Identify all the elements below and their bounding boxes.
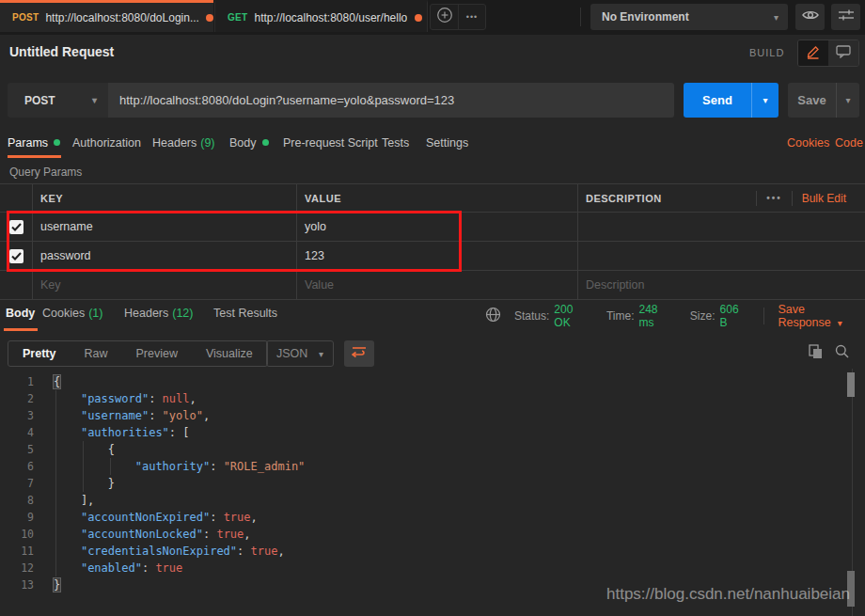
status-label: Status: bbox=[514, 309, 549, 323]
tab-authorization[interactable]: Authorization bbox=[72, 136, 141, 150]
more-options-icon[interactable]: ••• bbox=[766, 193, 782, 203]
table-row: username yolo bbox=[0, 213, 865, 242]
view-visualize[interactable]: Visualize bbox=[192, 341, 267, 366]
bulk-edit-link[interactable]: Bulk Edit bbox=[802, 192, 846, 205]
table-row: password 123 bbox=[0, 242, 865, 271]
tab-headers[interactable]: Headers(9) bbox=[152, 136, 215, 150]
line-number: 8 bbox=[0, 492, 34, 509]
format-label: JSON bbox=[276, 347, 319, 360]
save-button[interactable]: Save bbox=[788, 83, 836, 118]
param-key-cell[interactable]: password bbox=[33, 242, 297, 270]
indent-guide bbox=[83, 441, 84, 492]
code-line: 12 "enabled": true bbox=[0, 560, 865, 577]
view-raw[interactable]: Raw bbox=[70, 341, 121, 366]
code-line: 8 ], bbox=[0, 492, 865, 509]
ellipsis-icon: ••• bbox=[466, 12, 478, 22]
param-key-placeholder[interactable]: Key bbox=[33, 271, 297, 299]
environment-quick-look-button[interactable] bbox=[795, 4, 825, 30]
row-checkbox[interactable] bbox=[9, 220, 24, 234]
save-response-button[interactable]: Save Response▾ bbox=[778, 303, 865, 329]
watermark: https://blog.csdn.net/nanhuaibeian bbox=[606, 585, 850, 604]
response-tab-headers[interactable]: Headers(12) bbox=[124, 307, 193, 320]
param-description-cell[interactable] bbox=[578, 242, 865, 270]
time-value: 248 ms bbox=[639, 303, 673, 329]
code-line: 6 "authority": "ROLE_admin" bbox=[0, 458, 865, 475]
network-info-button[interactable] bbox=[485, 307, 501, 325]
tab-options-button[interactable]: ••• bbox=[458, 5, 485, 29]
copy-button[interactable] bbox=[809, 344, 823, 363]
pencil-icon bbox=[806, 44, 821, 63]
search-icon bbox=[835, 345, 849, 361]
url-input[interactable]: http://localhost:8080/doLogin?username=y… bbox=[108, 83, 674, 118]
build-mode-label: BUILD bbox=[749, 47, 784, 58]
request-tab-dologin[interactable]: POST http://localhost:8080/doLogin... bbox=[0, 0, 213, 32]
response-tab-test-results[interactable]: Test Results bbox=[213, 307, 277, 320]
code-line: 5 { bbox=[0, 441, 865, 458]
view-pretty[interactable]: Pretty bbox=[8, 341, 70, 366]
check-icon bbox=[11, 252, 22, 261]
tab-pre-request-script[interactable]: Pre-request Script bbox=[283, 136, 378, 150]
tab-tests[interactable]: Tests bbox=[382, 136, 409, 150]
search-button[interactable] bbox=[835, 344, 849, 362]
code-line: 10 "accountNonLocked": true, bbox=[0, 526, 865, 543]
active-tab-underline bbox=[8, 155, 61, 158]
format-select[interactable]: JSON ▾ bbox=[266, 340, 334, 367]
tab-params[interactable]: Params bbox=[8, 136, 60, 150]
mode-toggle bbox=[797, 39, 859, 67]
chevron-down-icon: ▾ bbox=[763, 95, 767, 105]
cookies-count-badge: (1) bbox=[88, 307, 102, 320]
divider bbox=[580, 8, 581, 26]
word-wrap-icon bbox=[352, 345, 367, 362]
param-value-cell[interactable]: yolo bbox=[297, 213, 578, 241]
save-options-button[interactable]: ▾ bbox=[836, 83, 859, 118]
scrollbar-thumb[interactable] bbox=[847, 372, 855, 397]
tab-body[interactable]: Body bbox=[229, 136, 269, 150]
row-checkbox[interactable] bbox=[9, 249, 24, 263]
view-preview[interactable]: Preview bbox=[121, 341, 191, 366]
header-checkbox-cell bbox=[0, 184, 33, 212]
response-tab-cookies[interactable]: Cookies(1) bbox=[42, 307, 102, 320]
method-label: POST bbox=[24, 94, 92, 107]
param-key-cell[interactable]: username bbox=[33, 213, 297, 241]
send-button[interactable]: Send bbox=[684, 83, 751, 118]
comments-button[interactable] bbox=[828, 40, 858, 66]
tab-label: Tests bbox=[382, 136, 409, 150]
code-line: 11 "credentialsNonExpired": true, bbox=[0, 543, 865, 560]
send-options-button[interactable]: ▾ bbox=[751, 83, 778, 118]
tab-settings[interactable]: Settings bbox=[426, 136, 468, 150]
unsaved-dot-icon bbox=[415, 14, 422, 22]
chevron-down-icon: ▾ bbox=[319, 349, 323, 359]
status-badge: 200 OK bbox=[554, 303, 590, 329]
request-tab-hello[interactable]: GET http://localhost:8080/user/hello bbox=[214, 0, 428, 32]
tab-label: Params bbox=[8, 136, 48, 150]
divider bbox=[756, 191, 757, 206]
line-number: 3 bbox=[0, 407, 34, 424]
tab-bar: POST http://localhost:8080/doLogin... GE… bbox=[0, 0, 865, 35]
response-tab-body[interactable]: Body bbox=[6, 307, 35, 320]
param-description-placeholder[interactable]: Description bbox=[578, 271, 865, 299]
tab-label: Test Results bbox=[213, 307, 277, 320]
code-link[interactable]: Code bbox=[835, 136, 863, 150]
new-tab-button[interactable] bbox=[431, 5, 458, 29]
method-select[interactable]: POST ▾ bbox=[8, 83, 108, 118]
eye-icon bbox=[802, 8, 819, 25]
environment-select[interactable]: No Environment ▾ bbox=[590, 4, 788, 30]
row-checkbox-cell bbox=[0, 213, 33, 241]
line-number: 1 bbox=[0, 373, 34, 390]
param-value-placeholder[interactable]: Value bbox=[297, 271, 578, 299]
edit-mode-button[interactable] bbox=[798, 40, 828, 66]
postman-app: POST http://localhost:8080/doLogin... GE… bbox=[0, 0, 865, 616]
line-number: 6 bbox=[0, 458, 34, 475]
save-label: Save bbox=[797, 93, 826, 107]
cookies-link[interactable]: Cookies bbox=[787, 136, 829, 150]
line-number: 4 bbox=[0, 424, 34, 441]
line-number: 7 bbox=[0, 475, 34, 492]
code-line: 3 "username": "yolo", bbox=[0, 407, 865, 424]
param-value-cell[interactable]: 123 bbox=[297, 242, 578, 270]
param-description-cell[interactable] bbox=[578, 213, 865, 241]
tab-method-label: POST bbox=[12, 12, 39, 23]
environment-settings-button[interactable] bbox=[831, 4, 860, 30]
plus-icon bbox=[436, 7, 453, 27]
globe-icon bbox=[485, 307, 501, 325]
wrap-lines-button[interactable] bbox=[344, 340, 374, 367]
